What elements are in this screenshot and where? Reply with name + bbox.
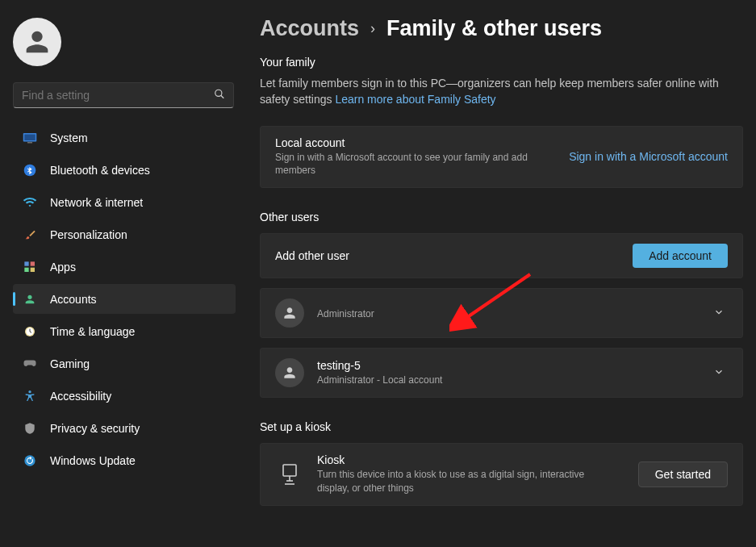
svg-point-0 (215, 90, 222, 96)
local-account-title: Local account (275, 136, 556, 149)
profile-row[interactable] (13, 16, 236, 82)
sidebar-item-label: Accessibility (50, 390, 111, 403)
sidebar-item-label: Accounts (50, 293, 97, 306)
bluetooth-icon (23, 163, 37, 177)
search-icon (214, 89, 225, 102)
sidebar-item-label: Apps (50, 261, 76, 274)
svg-rect-6 (24, 261, 28, 265)
kiosk-sub: Turn this device into a kiosk to use as … (317, 468, 608, 495)
svg-rect-3 (24, 134, 36, 140)
svg-rect-14 (283, 465, 296, 476)
sidebar-item-privacy[interactable]: Privacy & security (13, 413, 236, 443)
local-account-sub: Sign in with a Microsoft account to see … (275, 151, 541, 178)
kiosk-icon (275, 463, 304, 486)
avatar (13, 18, 61, 66)
sidebar-item-network[interactable]: Network & internet (13, 187, 236, 217)
user-name: testing-5 (317, 359, 697, 372)
sidebar-item-accounts[interactable]: Accounts (13, 284, 236, 314)
search-input[interactable] (14, 83, 233, 107)
add-account-button[interactable]: Add account (633, 244, 728, 268)
svg-rect-8 (24, 267, 28, 271)
family-safety-link[interactable]: Learn more about Family Safety (335, 93, 495, 106)
sidebar-item-update[interactable]: Windows Update (13, 445, 236, 475)
sidebar-item-personalization[interactable]: Personalization (13, 219, 236, 249)
family-description: Let family members sign in to this PC—or… (260, 75, 743, 108)
person-icon (23, 292, 37, 307)
sidebar-item-label: Network & internet (50, 196, 143, 209)
breadcrumb: Accounts › Family & other users (260, 16, 743, 41)
update-icon (23, 453, 37, 468)
get-started-button[interactable]: Get started (638, 461, 728, 487)
user-role: Administrator (317, 307, 697, 321)
brush-icon (23, 228, 37, 242)
gamepad-icon (23, 357, 37, 371)
sidebar-item-label: Personalization (50, 228, 127, 241)
kiosk-card: Kiosk Turn this device into a kiosk to u… (260, 443, 743, 506)
chevron-down-icon[interactable] (710, 303, 728, 324)
section-heading-kiosk: Set up a kiosk (260, 420, 743, 433)
sidebar-item-label: Privacy & security (50, 422, 140, 435)
add-other-user-row: Add other user Add account (260, 233, 743, 278)
sidebar-item-label: Time & language (50, 325, 135, 338)
user-row-testing5[interactable]: testing-5 Administrator - Local account (260, 348, 743, 398)
breadcrumb-parent[interactable]: Accounts (260, 16, 359, 41)
user-role: Administrator - Local account (317, 374, 697, 387)
svg-rect-4 (27, 142, 32, 143)
svg-rect-7 (31, 261, 35, 265)
svg-rect-9 (31, 267, 35, 271)
sidebar-item-gaming[interactable]: Gaming (13, 349, 236, 378)
signin-microsoft-link[interactable]: Sign in with a Microsoft account (569, 150, 728, 163)
chevron-right-icon: › (370, 20, 375, 37)
system-icon (23, 131, 37, 145)
user-avatar-icon (275, 299, 304, 328)
sidebar-item-label: Windows Update (50, 454, 136, 467)
sidebar-item-bluetooth[interactable]: Bluetooth & devices (13, 155, 236, 185)
user-row-administrator[interactable]: Administrator (260, 288, 743, 338)
user-avatar-icon (275, 358, 304, 387)
apps-icon (23, 260, 37, 274)
sidebar-item-time[interactable]: Time & language (13, 316, 236, 346)
svg-point-12 (28, 390, 31, 393)
kiosk-title: Kiosk (317, 453, 625, 466)
chevron-down-icon[interactable] (710, 363, 728, 383)
search-box[interactable] (13, 82, 234, 108)
sidebar-item-label: System (50, 132, 88, 144)
page-title: Family & other users (386, 16, 602, 41)
shield-icon (23, 421, 37, 436)
sidebar-item-label: Bluetooth & devices (50, 164, 150, 177)
local-account-card: Local account Sign in with a Microsoft a… (260, 126, 743, 189)
section-heading-other: Other users (260, 211, 743, 223)
sidebar-item-apps[interactable]: Apps (13, 252, 236, 282)
sidebar: System Bluetooth & devices Network & int… (0, 0, 242, 547)
sidebar-item-label: Gaming (50, 357, 90, 370)
wifi-icon (23, 195, 37, 210)
sidebar-item-accessibility[interactable]: Accessibility (13, 381, 236, 411)
sidebar-item-system[interactable]: System (13, 123, 236, 152)
accessibility-icon (23, 389, 37, 403)
main-content: Accounts › Family & other users Your fam… (242, 0, 756, 547)
add-other-user-title: Add other user (275, 249, 620, 262)
svg-line-1 (221, 95, 224, 98)
section-heading-family: Your family (260, 56, 743, 69)
clock-icon (23, 324, 37, 339)
